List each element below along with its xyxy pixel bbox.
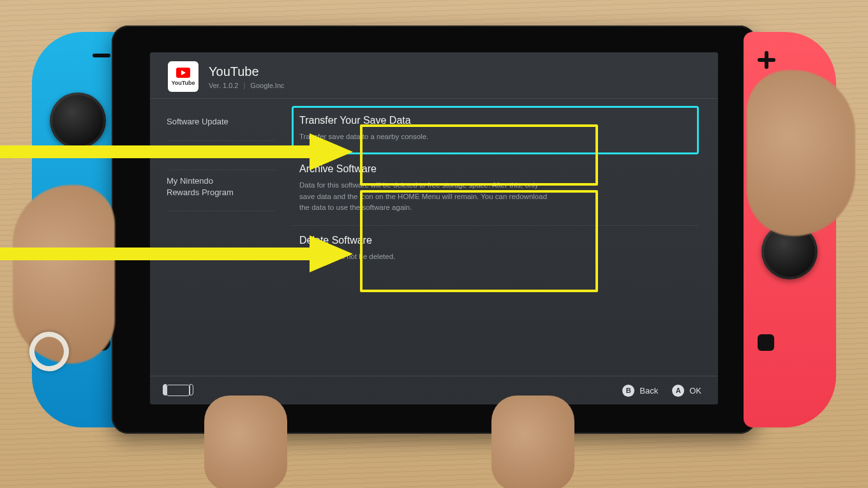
sidebar: Software Update Manage Software My Ninte… bbox=[150, 102, 280, 375]
option-delete-software[interactable]: Delete Software Save data will not be de… bbox=[292, 226, 699, 274]
right-thumb bbox=[491, 396, 574, 488]
controller-indicator-icon bbox=[167, 385, 190, 396]
left-stick[interactable] bbox=[50, 92, 106, 149]
right-hand bbox=[747, 70, 855, 236]
nintendo-switch-console: YouTube YouTube Ver. 1.0.2|Google.Inc So bbox=[32, 26, 836, 466]
youtube-logo-icon bbox=[176, 68, 190, 78]
option-archive-software[interactable]: Archive Software Data for this software … bbox=[292, 154, 699, 226]
sidebar-item-label: Manage Software bbox=[167, 147, 232, 156]
switch-tablet: YouTube YouTube Ver. 1.0.2|Google.Inc So bbox=[112, 26, 756, 434]
sidebar-item-label: My Nintendo Rewards Program bbox=[167, 176, 234, 197]
photo-background: YouTube YouTube Ver. 1.0.2|Google.Inc So bbox=[0, 0, 868, 488]
option-description: Save data will not be deleted. bbox=[299, 251, 555, 263]
option-title: Archive Software bbox=[299, 163, 691, 175]
footer-ok-label: OK bbox=[689, 386, 701, 396]
app-publisher: Google.Inc bbox=[250, 82, 284, 89]
sidebar-item-rewards-program[interactable]: My Nintendo Rewards Program bbox=[167, 170, 275, 211]
sidebar-item-software-update[interactable]: Software Update bbox=[167, 111, 275, 141]
options-panel: Transfer Your Save Data Transfer save da… bbox=[280, 102, 718, 375]
app-version: Ver. 1.0.2 bbox=[209, 82, 238, 89]
option-description: Data for this software will be deleted t… bbox=[299, 180, 555, 214]
left-thumb bbox=[204, 396, 287, 488]
content-body: Software Update Manage Software My Ninte… bbox=[150, 102, 718, 375]
sidebar-item-label: Software Update bbox=[167, 117, 228, 126]
option-title: Transfer Your Save Data bbox=[299, 115, 691, 126]
data-management-view: YouTube YouTube Ver. 1.0.2|Google.Inc So bbox=[150, 52, 718, 404]
plus-button[interactable] bbox=[758, 51, 775, 69]
youtube-app-icon: YouTube bbox=[168, 61, 198, 92]
app-title: YouTube bbox=[209, 64, 285, 79]
b-button-icon: B bbox=[622, 385, 634, 397]
app-icon-label: YouTube bbox=[171, 80, 195, 86]
app-meta: Ver. 1.0.2|Google.Inc bbox=[209, 82, 285, 89]
sidebar-item-manage-software[interactable]: Manage Software bbox=[167, 141, 275, 171]
app-header: YouTube YouTube Ver. 1.0.2|Google.Inc bbox=[150, 52, 718, 98]
option-description: Transfer save data to a nearby console. bbox=[299, 131, 555, 143]
left-hand bbox=[13, 185, 115, 364]
home-button[interactable] bbox=[758, 334, 774, 351]
divider bbox=[150, 98, 718, 99]
screen: YouTube YouTube Ver. 1.0.2|Google.Inc So bbox=[150, 52, 718, 404]
minus-button[interactable] bbox=[93, 54, 110, 57]
footer-back-label: Back bbox=[640, 386, 658, 396]
a-button-icon: A bbox=[672, 385, 684, 397]
option-title: Delete Software bbox=[299, 235, 691, 246]
footer-ok-button[interactable]: A OK bbox=[672, 385, 701, 397]
footer-back-button[interactable]: B Back bbox=[622, 385, 658, 397]
option-transfer-save-data[interactable]: Transfer Your Save Data Transfer save da… bbox=[292, 106, 699, 154]
